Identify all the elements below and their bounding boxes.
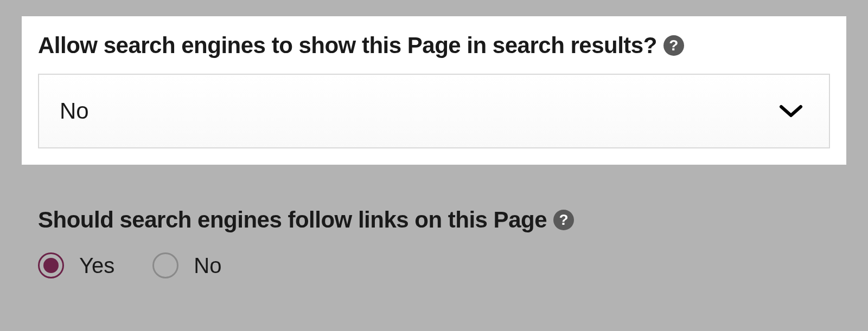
allow-search-label: Allow search engines to show this Page i… bbox=[38, 33, 657, 59]
follow-links-radio-no[interactable]: No bbox=[152, 252, 221, 278]
allow-search-label-row: Allow search engines to show this Page i… bbox=[38, 33, 830, 59]
follow-links-radio-yes[interactable]: Yes bbox=[38, 252, 114, 278]
follow-links-radio-group: Yes No bbox=[38, 252, 846, 278]
chevron-down-icon bbox=[779, 99, 803, 123]
help-icon[interactable]: ? bbox=[553, 210, 574, 230]
radio-icon-selected bbox=[38, 252, 64, 278]
radio-label-yes: Yes bbox=[79, 254, 114, 278]
follow-links-label-row: Should search engines follow links on th… bbox=[38, 207, 846, 233]
allow-search-select[interactable]: No bbox=[38, 74, 830, 148]
follow-links-section: Should search engines follow links on th… bbox=[38, 207, 846, 278]
allow-search-selected-value: No bbox=[60, 98, 89, 124]
help-icon[interactable]: ? bbox=[663, 35, 684, 56]
follow-links-label: Should search engines follow links on th… bbox=[38, 207, 547, 233]
radio-icon-unselected bbox=[152, 252, 178, 278]
allow-search-panel: Allow search engines to show this Page i… bbox=[22, 16, 846, 165]
radio-label-no: No bbox=[194, 254, 221, 278]
radio-inner-dot bbox=[43, 258, 59, 273]
